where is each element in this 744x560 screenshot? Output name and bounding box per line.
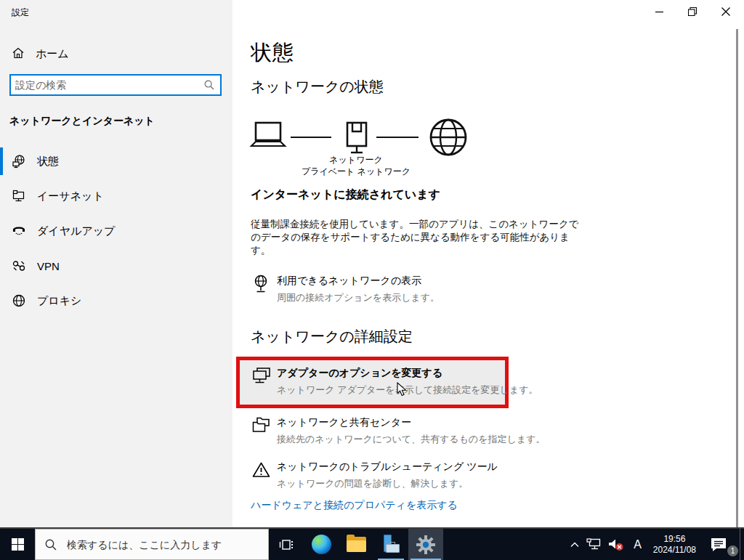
support-tool-app-icon[interactable] (373, 529, 408, 560)
sidebar-item-ethernet[interactable]: イーサネット (0, 180, 232, 212)
windows-desktop: 設定 ホーム ネットワークとインターネット 状態 (0, 0, 744, 560)
sidebar-item-status[interactable]: 状態 (0, 145, 232, 177)
item-title: 利用できるネットワークの表示 (277, 275, 440, 288)
item-description: 周囲の接続オプションを表示します。 (277, 291, 440, 304)
hardware-properties-link[interactable]: ハードウェアと接続のプロパティを表示する (251, 499, 458, 512)
tray-network-icon[interactable] (583, 528, 604, 560)
diagram-private-network-label: プライベート ネットワーク (276, 166, 436, 178)
network-adapter-icon (251, 367, 271, 397)
item-description: ネットワークの問題を診断し、解決します。 (277, 477, 498, 490)
sidebar-item-dialup[interactable]: ダイヤルアップ (0, 215, 232, 247)
taskbar-search-input[interactable] (65, 538, 247, 551)
search-icon[interactable] (204, 80, 214, 90)
home-icon (12, 46, 25, 62)
tray-chevron-up-icon[interactable] (567, 528, 583, 560)
status-icon (12, 154, 26, 169)
item-title: ネットワークのトラブルシューティング ツール (277, 460, 498, 474)
settings-sidebar: 設定 ホーム ネットワークとインターネット 状態 (0, 0, 232, 527)
item-title: アダプターのオプションを変更する (277, 367, 538, 380)
start-button[interactable] (0, 529, 35, 560)
system-tray: A 19:56 2024/11/08 1 (567, 529, 744, 560)
laptop-icon (249, 121, 287, 150)
network-switch-icon (344, 121, 370, 155)
minimize-button[interactable] (642, 0, 676, 23)
clock-date: 2024/11/08 (653, 545, 696, 556)
item-description: 接続先のネットワークについて、共有するものを指定します。 (277, 433, 545, 446)
taskbar-clock[interactable]: 19:56 2024/11/08 (647, 534, 702, 556)
sidebar-section-title: ネットワークとインターネット (9, 115, 155, 128)
settings-app-icon[interactable] (408, 529, 443, 560)
item-title: ネットワークと共有センター (277, 416, 545, 429)
ime-indicator[interactable]: A (628, 528, 647, 560)
task-view-button[interactable] (269, 529, 304, 560)
taskbar-search-box[interactable] (35, 529, 269, 560)
internet-globe-icon (429, 118, 468, 157)
settings-search-input[interactable] (11, 79, 204, 91)
network-status-heading: ネットワークの状態 (251, 77, 384, 97)
ethernet-icon (12, 189, 26, 203)
page-title: 状態 (251, 38, 294, 68)
warning-triangle-icon (251, 460, 271, 490)
sidebar-item-label: ホーム (36, 47, 69, 61)
network-troubleshooter-item[interactable]: ネットワークのトラブルシューティング ツール ネットワークの問題を診断し、解決し… (251, 460, 498, 490)
metered-connection-text: 従量制課金接続を使用しています。一部のアプリは、このネットワークでのデータの保存… (251, 218, 586, 257)
advanced-settings-heading: ネットワークの詳細設定 (251, 327, 413, 346)
sharing-center-icon (251, 416, 271, 446)
scrollbar[interactable] (736, 29, 738, 527)
dialup-phone-icon (12, 224, 26, 238)
sidebar-item-label: プロキシ (37, 294, 81, 308)
sidebar-item-label: 状態 (37, 155, 59, 169)
clock-time: 19:56 (653, 534, 696, 545)
network-sharing-center-item[interactable]: ネットワークと共有センター 接続先のネットワークについて、共有するものを指定しま… (251, 416, 545, 446)
diagram-connector-line (376, 137, 418, 138)
window-controls (642, 0, 743, 23)
mouse-cursor (397, 382, 407, 397)
sidebar-item-label: VPN (37, 260, 60, 272)
settings-search-box[interactable] (9, 74, 222, 96)
edge-browser-icon[interactable] (304, 529, 339, 560)
show-available-networks-item[interactable]: 利用できるネットワークの表示 周囲の接続オプションを表示します。 (251, 275, 440, 304)
settings-window: 設定 ホーム ネットワークとインターネット 状態 (0, 0, 744, 527)
diagram-network-label: ネットワーク (276, 154, 436, 166)
sidebar-item-vpn[interactable]: VPN (0, 250, 232, 282)
change-adapter-options-item[interactable]: アダプターのオプションを変更する ネットワーク アダプターを表示して接続設定を変… (251, 367, 538, 397)
window-title: 設定 (12, 7, 29, 19)
file-explorer-icon[interactable] (339, 529, 373, 560)
notification-badge: 1 (727, 545, 738, 556)
close-icon[interactable] (709, 0, 743, 23)
restore-button[interactable] (676, 0, 709, 23)
taskbar: A 19:56 2024/11/08 1 (0, 527, 744, 560)
vpn-icon (12, 259, 26, 273)
tray-volume-muted-icon[interactable] (604, 528, 628, 560)
action-center-icon[interactable]: 1 (702, 528, 735, 560)
sidebar-item-home[interactable]: ホーム (0, 42, 232, 65)
diagram-connector-line (291, 137, 331, 138)
show-desktop-button[interactable] (740, 528, 744, 560)
item-description: ネットワーク アダプターを表示して接続設定を変更します。 (277, 384, 538, 397)
proxy-globe-icon (12, 293, 26, 308)
sidebar-item-label: イーサネット (37, 190, 104, 203)
search-icon (45, 539, 57, 551)
connection-status-heading: インターネットに接続されています (251, 187, 440, 203)
sidebar-item-proxy[interactable]: プロキシ (0, 285, 232, 317)
status-page: 状態 ネットワークの状態 ネットワーク プライベート ネットワーク インターネッ… (232, 0, 744, 527)
available-networks-icon (251, 275, 271, 304)
sidebar-item-label: ダイヤルアップ (37, 224, 115, 238)
